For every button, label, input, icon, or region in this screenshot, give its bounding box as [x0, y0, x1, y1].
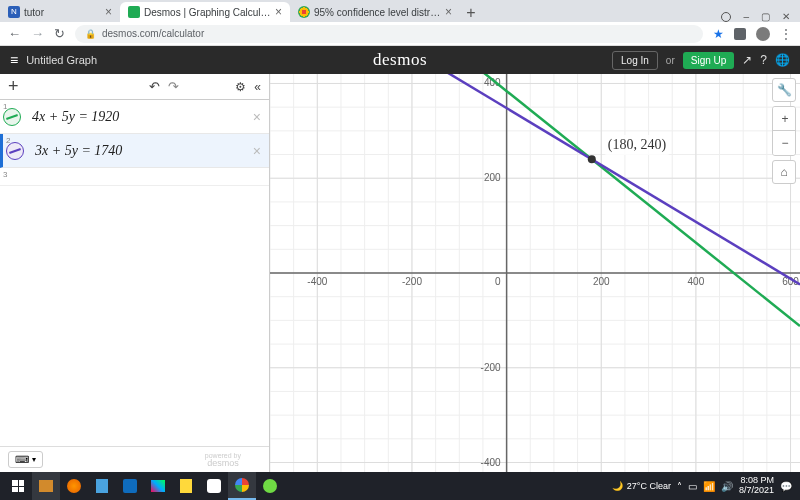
delete-expression-icon[interactable]: × — [245, 143, 269, 159]
wrench-icon[interactable]: 🔧 — [772, 78, 796, 102]
taskbar-app[interactable] — [88, 472, 116, 500]
favicon — [128, 6, 140, 18]
sticky-notes-icon — [180, 479, 192, 493]
expression-input[interactable]: 4x + 5y = 1920 — [24, 109, 245, 125]
tab-title: tutor — [24, 7, 101, 18]
language-icon[interactable]: 🌐 — [775, 53, 790, 67]
close-icon[interactable]: × — [445, 5, 452, 19]
svg-text:200: 200 — [484, 172, 501, 183]
firefox-icon — [67, 479, 81, 493]
word-icon — [123, 479, 137, 493]
taskbar-app[interactable] — [228, 472, 256, 500]
url-input[interactable]: 🔒 desmos.com/calculator — [75, 25, 703, 43]
file-explorer-icon — [39, 480, 53, 492]
notification-icon[interactable]: 💬 — [780, 481, 792, 492]
notepad-icon — [96, 479, 108, 493]
share-icon[interactable]: ↗ — [742, 53, 752, 67]
battery-icon[interactable]: ▭ — [688, 481, 697, 492]
reload-icon[interactable]: ↻ — [54, 26, 65, 41]
expression-row-empty[interactable]: 3 — [0, 168, 269, 186]
zoom-in-button[interactable]: + — [773, 107, 796, 131]
hamburger-menu-icon[interactable]: ≡ — [10, 52, 18, 68]
url-text: desmos.com/calculator — [102, 28, 204, 39]
svg-text:0: 0 — [495, 276, 501, 287]
taskbar-app[interactable] — [172, 472, 200, 500]
moon-icon: 🌙 — [612, 481, 623, 491]
redo-icon[interactable]: ↷ — [168, 79, 179, 94]
nav-back-icon[interactable]: ← — [8, 26, 21, 41]
svg-text:-400: -400 — [307, 276, 327, 287]
windows-logo-icon — [12, 480, 24, 492]
chevron-up-icon[interactable]: ˄ — [677, 481, 682, 492]
chevron-down-icon: ▾ — [32, 455, 36, 464]
expression-row[interactable]: 1 4x + 5y = 1920 × — [0, 100, 269, 134]
extension-icon[interactable] — [734, 28, 746, 40]
maximize-button[interactable]: ▢ — [761, 11, 770, 22]
volume-icon[interactable]: 🔊 — [721, 481, 733, 492]
taskbar-app[interactable] — [32, 472, 60, 500]
help-icon[interactable]: ? — [760, 53, 767, 67]
browser-tab[interactable]: Desmos | Graphing Calculator × — [120, 2, 290, 22]
weather-text: 27°C Clear — [627, 481, 671, 491]
nav-forward-icon[interactable]: → — [31, 26, 44, 41]
browser-tab[interactable]: N tutor × — [0, 2, 120, 22]
record-icon[interactable] — [721, 12, 731, 22]
delete-expression-icon[interactable]: × — [245, 109, 269, 125]
expression-toolbar: + ↶ ↷ ⚙ « — [0, 74, 269, 100]
paint-icon — [151, 480, 165, 492]
weather-widget[interactable]: 🌙 27°C Clear — [612, 481, 671, 491]
taskbar-app[interactable] — [200, 472, 228, 500]
graph-title[interactable]: Untitled Graph — [26, 54, 97, 66]
favicon — [298, 6, 310, 18]
close-button[interactable]: ✕ — [782, 11, 790, 22]
expression-input[interactable]: 3x + 5y = 1740 — [27, 143, 245, 159]
minimize-button[interactable]: – — [743, 11, 749, 22]
bookmark-star-icon[interactable]: ★ — [713, 27, 724, 41]
expression-index: 3 — [3, 170, 7, 179]
svg-text:-400: -400 — [481, 457, 501, 468]
home-icon[interactable]: ⌂ — [772, 160, 796, 184]
undo-icon[interactable]: ↶ — [149, 79, 160, 94]
system-tray: 🌙 27°C Clear ˄ ▭ 📶 🔊 8:08 PM 8/7/2021 💬 — [612, 476, 796, 496]
zoom-out-button[interactable]: − — [773, 131, 796, 155]
svg-point-62 — [588, 155, 596, 163]
browser-tab[interactable]: 95% confidence level distributio × — [290, 2, 460, 22]
keyboard-toggle-button[interactable]: ⌨ ▾ — [8, 451, 43, 468]
close-icon[interactable]: × — [105, 5, 112, 19]
address-bar: ← → ↻ 🔒 desmos.com/calculator ★ ⋮ — [0, 22, 800, 46]
close-icon[interactable]: × — [275, 5, 282, 19]
taskbar-app[interactable] — [116, 472, 144, 500]
expression-row[interactable]: 2 3x + 5y = 1740 × — [0, 134, 269, 168]
profile-avatar[interactable] — [756, 27, 770, 41]
window-controls: – ▢ ✕ — [711, 11, 800, 22]
gear-icon[interactable]: ⚙ — [235, 80, 246, 94]
svg-text:-200: -200 — [481, 362, 501, 373]
new-tab-button[interactable]: + — [460, 4, 482, 22]
app-body: + ↶ ↷ ⚙ « 1 4x + 5y = 1920 × 2 3x + 5y =… — [0, 74, 800, 472]
add-expression-button[interactable]: + — [8, 76, 19, 97]
or-label: or — [666, 55, 675, 66]
clock[interactable]: 8:08 PM 8/7/2021 — [739, 476, 774, 496]
wifi-icon[interactable]: 📶 — [703, 481, 715, 492]
login-button[interactable]: Log In — [612, 51, 658, 70]
collapse-panel-icon[interactable]: « — [254, 80, 261, 94]
desmos-logo: desmos — [373, 50, 427, 70]
date-text: 8/7/2021 — [739, 486, 774, 496]
expression-index: 2 — [6, 136, 10, 145]
taskbar-app[interactable] — [256, 472, 284, 500]
graph-canvas[interactable]: -400-200200400600-400-2002004000 (180, 2… — [270, 74, 800, 472]
tab-title: 95% confidence level distributio — [314, 7, 441, 18]
kebab-menu-icon[interactable]: ⋮ — [780, 27, 792, 41]
lock-icon: 🔒 — [85, 29, 96, 39]
keyboard-icon: ⌨ — [15, 454, 29, 465]
taskbar-app[interactable] — [60, 472, 88, 500]
upwork-icon — [263, 479, 277, 493]
windows-taskbar: 🌙 27°C Clear ˄ ▭ 📶 🔊 8:08 PM 8/7/2021 💬 — [0, 472, 800, 500]
taskbar-app[interactable] — [144, 472, 172, 500]
start-button[interactable] — [4, 472, 32, 500]
intersection-label: (180, 240) — [604, 135, 670, 155]
panel-footer: ⌨ ▾ powered by desmos — [0, 446, 269, 472]
expression-panel: + ↶ ↷ ⚙ « 1 4x + 5y = 1920 × 2 3x + 5y =… — [0, 74, 270, 472]
favicon: N — [8, 6, 20, 18]
signup-button[interactable]: Sign Up — [683, 52, 735, 69]
